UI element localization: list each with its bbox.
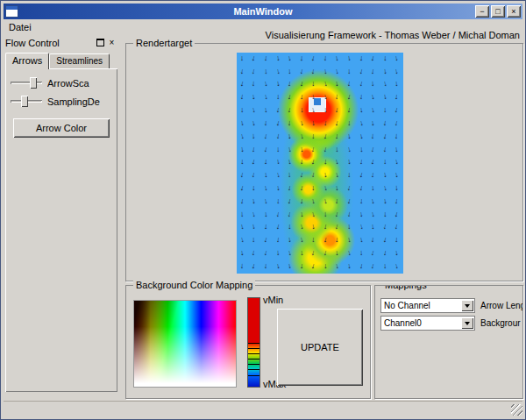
- flow-arrow-icon: ↓: [275, 262, 281, 271]
- flow-arrow-icon: ↓: [382, 93, 387, 102]
- flow-arrow-icon: ↓: [359, 236, 364, 245]
- app-icon[interactable]: [5, 5, 18, 18]
- flow-arrow-icon: ↓: [334, 106, 339, 115]
- tab-arrows[interactable]: Arrows: [5, 53, 49, 69]
- flow-arrow-icon: ↓: [394, 210, 400, 218]
- vector-field[interactable]: ↓↓↓↓↓↓↓↓↓↓↓↓↓↓↓↓↓↓↓↓↓↓↓↓↓↓↓↓↓↓↓↓↓↓↓↓↓↓↓↓…: [237, 53, 403, 274]
- update-button[interactable]: UPDATE: [277, 309, 363, 386]
- title-bar[interactable]: MainWindow − □ ×: [4, 4, 522, 19]
- flow-arrow-icon: ↓: [359, 67, 364, 75]
- background-mapping-row: Channel0 Backgrour: [380, 316, 521, 331]
- flow-arrow-icon: ↓: [382, 80, 388, 89]
- flow-arrow-icon: ↓: [264, 262, 268, 270]
- flow-arrow-icon: ↓: [275, 53, 281, 62]
- flow-arrow-icon: ↓: [275, 184, 281, 193]
- slider-handle[interactable]: [21, 96, 28, 107]
- flow-arrow-icon: ↓: [323, 132, 328, 140]
- tab-streamlines[interactable]: Streamlines: [49, 53, 110, 68]
- flow-arrow-icon: ↓: [299, 171, 304, 180]
- flow-arrow-icon: ↓: [264, 119, 268, 127]
- flow-arrow-icon: ↓: [358, 223, 364, 231]
- menu-item-datei[interactable]: Datei: [4, 20, 37, 34]
- flow-arrow-icon: ↓: [346, 196, 352, 205]
- flow-arrow-icon: ↓: [299, 106, 303, 114]
- flow-arrow-icon: ↓: [394, 132, 399, 140]
- flow-arrow-icon: ↓: [288, 171, 292, 179]
- arrow-scale-slider[interactable]: [11, 76, 42, 89]
- flow-arrow-icon: ↓: [239, 184, 245, 193]
- flow-arrow-icon: ↓: [359, 210, 364, 218]
- arrow-color-button[interactable]: Arrow Color: [13, 118, 110, 138]
- flow-arrow-icon: ↓: [323, 249, 328, 258]
- flow-arrow-icon: ↓: [252, 223, 257, 231]
- background-color-mapping-legend: Background Color Mapping: [133, 280, 255, 290]
- close-button[interactable]: ×: [507, 5, 521, 18]
- maximize-button[interactable]: □: [491, 5, 505, 18]
- flow-arrow-icon: ↓: [240, 210, 245, 218]
- dropdown-button[interactable]: [461, 317, 473, 329]
- flow-arrow-icon: ↓: [263, 249, 268, 258]
- arrow-length-combobox[interactable]: No Channel: [380, 298, 475, 313]
- dropdown-button[interactable]: [461, 300, 473, 311]
- minimize-button[interactable]: −: [475, 5, 489, 18]
- flow-arrow-icon: ↓: [370, 53, 376, 62]
- flow-arrow-icon: ↓: [394, 262, 400, 271]
- flow-arrow-icon: ↓: [310, 196, 316, 205]
- flow-arrow-icon: ↓: [323, 119, 328, 127]
- flow-arrow-icon: ↓: [287, 93, 292, 102]
- background-label: Backgrour: [480, 318, 521, 328]
- slider-track[interactable]: [11, 82, 42, 84]
- flow-arrow-icon: ↓: [323, 210, 328, 218]
- dock-float-button[interactable]: [95, 37, 106, 48]
- flow-arrow-icon: ↓: [288, 119, 292, 127]
- flow-arrow-icon: ↓: [394, 236, 399, 244]
- flow-arrow-icon: ↓: [264, 171, 268, 179]
- flow-arrow-icon: ↓: [370, 196, 375, 205]
- colorbar[interactable]: [247, 297, 260, 388]
- flow-arrow-icon: ↓: [346, 53, 352, 62]
- flow-arrow-icon: ↓: [252, 236, 256, 244]
- flow-arrow-icon: ↓: [251, 210, 257, 218]
- flow-arrow-icon: ↓: [359, 249, 363, 257]
- flow-arrow-icon: ↓: [252, 197, 257, 206]
- flow-arrow-icon: ↓: [263, 236, 268, 245]
- flow-arrow-icon: ↓: [382, 249, 387, 258]
- flow-arrow-icon: ↓: [274, 171, 281, 180]
- flow-arrow-icon: ↓: [288, 223, 292, 231]
- rendertarget-groupbox: Rendertarget ↓↓↓↓↓↓↓↓↓↓↓↓↓↓↓↓↓↓↓↓↓↓↓↓↓↓↓…: [125, 43, 523, 281]
- flow-arrow-icon: ↓: [299, 236, 304, 245]
- resize-grip-icon[interactable]: [511, 404, 522, 416]
- flow-arrow-icon: ↓: [334, 223, 339, 231]
- flow-arrow-icon: ↓: [347, 223, 352, 231]
- flow-arrow-icon: ↓: [323, 80, 328, 89]
- flow-arrow-icon: ↓: [371, 119, 376, 127]
- flow-arrow-icon: ↓: [346, 249, 352, 258]
- background-combobox[interactable]: Channel0: [380, 316, 475, 331]
- flow-arrow-icon: ↓: [334, 171, 339, 180]
- flow-arrow-icon: ↓: [382, 145, 387, 153]
- flow-arrow-icon: ↓: [240, 158, 245, 166]
- flow-arrow-icon: ↓: [335, 184, 339, 192]
- dock-close-button[interactable]: ×: [106, 37, 117, 48]
- flow-arrow-icon: ↓: [263, 132, 268, 140]
- flow-arrow-icon: ↓: [274, 118, 281, 127]
- flow-arrow-icon: ↓: [252, 93, 257, 102]
- flow-arrow-icon: ↓: [347, 171, 352, 179]
- flow-arrow-icon: ↓: [239, 119, 245, 128]
- flow-arrow-icon: ↓: [323, 196, 328, 205]
- color-gradient-picker[interactable]: [133, 300, 237, 388]
- flow-arrow-icon: ↓: [346, 80, 352, 89]
- flow-arrow-icon: ↓: [382, 119, 387, 128]
- main-window: MainWindow − □ × Datei Flow Control × Ar…: [0, 0, 526, 420]
- slider-handle[interactable]: [30, 77, 37, 89]
- flow-arrow-icon: ↓: [275, 210, 281, 218]
- dock-header[interactable]: Flow Control ×: [4, 36, 119, 49]
- flow-arrow-icon: ↓: [359, 93, 363, 101]
- colorbar-tick: [248, 369, 259, 370]
- flow-arrow-icon: ↓: [299, 210, 303, 217]
- flow-arrow-icon: ↓: [263, 223, 267, 231]
- flow-arrow-icon: ↓: [383, 210, 387, 218]
- sampling-density-slider[interactable]: [11, 95, 42, 108]
- flow-arrow-icon: ↓: [370, 262, 375, 271]
- flow-arrow-icon: ↓: [335, 249, 339, 257]
